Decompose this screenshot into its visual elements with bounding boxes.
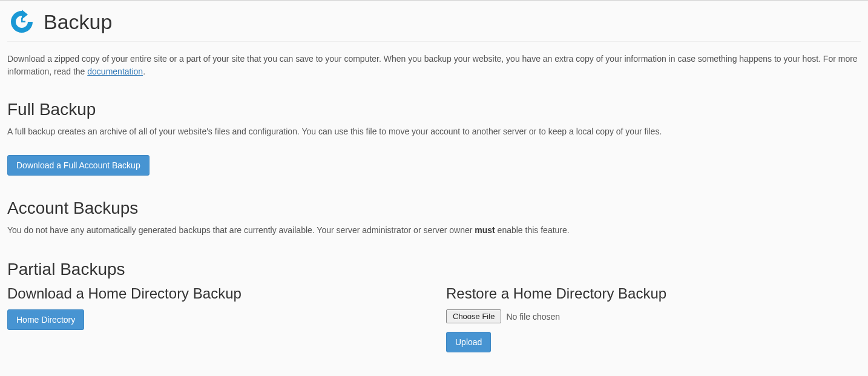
page-title: Backup [44,10,112,34]
download-home-column: Download a Home Directory Backup Home Di… [7,285,422,352]
account-backups-heading: Account Backups [7,199,861,218]
account-backups-desc: You do not have any automatically genera… [7,224,861,237]
file-input-row: Choose File No file chosen [446,309,861,323]
choose-file-button[interactable]: Choose File [446,309,501,323]
full-backup-desc: A full backup creates an archive of all … [7,125,861,138]
intro-part2: . [143,67,145,76]
restore-home-column: Restore a Home Directory Backup Choose F… [446,285,861,352]
full-backup-section: Full Backup A full backup creates an arc… [7,100,861,176]
full-backup-heading: Full Backup [7,100,861,119]
partial-backups-heading: Partial Backups [7,260,861,279]
home-directory-button[interactable]: Home Directory [7,309,84,330]
account-backups-section: Account Backups You do not have any auto… [7,199,861,237]
partial-backups-columns: Download a Home Directory Backup Home Di… [7,285,861,352]
account-backups-desc-part2: enable this feature. [495,225,570,235]
download-full-backup-button[interactable]: Download a Full Account Backup [7,155,150,176]
account-backups-desc-strong: must [475,225,495,235]
upload-button[interactable]: Upload [446,332,491,352]
page-header: Backup [7,7,861,42]
documentation-link[interactable]: documentation [87,67,143,76]
main-container: Backup Download a zipped copy of your en… [0,1,868,376]
svg-rect-1 [21,21,25,23]
backup-icon [7,7,36,36]
account-backups-desc-part1: You do not have any automatically genera… [7,225,475,235]
intro-text: Download a zipped copy of your entire si… [7,53,861,78]
partial-backups-section: Partial Backups Download a Home Director… [7,260,861,352]
restore-home-heading: Restore a Home Directory Backup [446,285,861,302]
file-status-text: No file chosen [506,312,560,322]
download-home-heading: Download a Home Directory Backup [7,285,422,302]
